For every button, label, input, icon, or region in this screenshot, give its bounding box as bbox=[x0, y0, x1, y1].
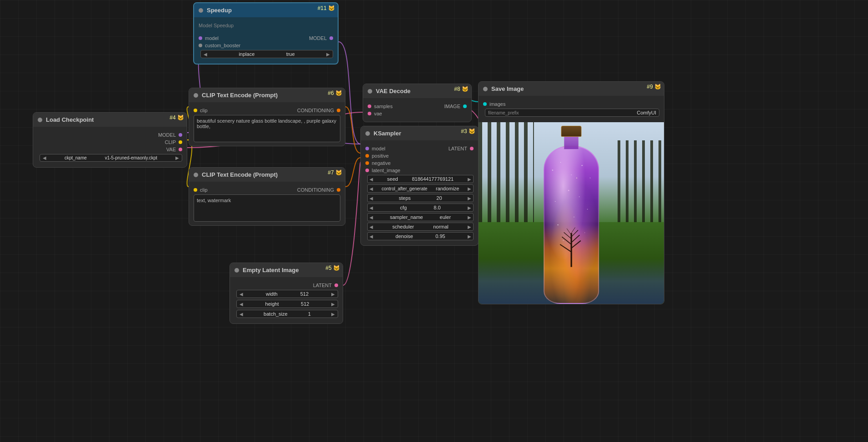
ksampler-header: KSampler #3 🐱 bbox=[361, 126, 478, 140]
speedup-node-id: #11 🐱 bbox=[318, 5, 335, 11]
empty-latent-batch-left[interactable]: ◀ bbox=[239, 312, 243, 317]
ksampler-control-box[interactable]: ◀ control_after_generate randomize ▶ bbox=[367, 184, 474, 193]
speedup-inplace-left-arrow[interactable]: ◀ bbox=[204, 52, 207, 57]
ksampler-body: model LATENT positive negative latent_im… bbox=[361, 140, 478, 245]
load-checkpoint-port-vae: VAE bbox=[38, 147, 182, 152]
ksampler-cfg-value: 8.0 bbox=[434, 205, 440, 210]
load-checkpoint-ckpt-right[interactable]: ▶ bbox=[175, 155, 179, 160]
ksampler-steps-right[interactable]: ▶ bbox=[468, 196, 471, 201]
empty-latent-latent-label: LATENT bbox=[313, 283, 332, 288]
empty-latent-height-left[interactable]: ◀ bbox=[239, 302, 243, 307]
empty-latent-batch-field: ◀ batch_size 1 ▶ bbox=[234, 310, 338, 318]
vae-decode-body: samples IMAGE vae bbox=[363, 98, 471, 122]
ksampler-control-label: control_after_generate bbox=[382, 186, 428, 191]
image-bottle-body bbox=[544, 146, 599, 304]
load-checkpoint-port-clip: CLIP bbox=[38, 139, 182, 145]
speedup-port-model-right-dot[interactable] bbox=[329, 36, 333, 40]
load-checkpoint-vae-dot[interactable] bbox=[179, 148, 182, 151]
clip-encode-pos-conditioning-dot[interactable] bbox=[337, 109, 340, 112]
ksampler-scheduler-right[interactable]: ▶ bbox=[468, 224, 471, 229]
ksampler-sampler-left[interactable]: ◀ bbox=[369, 215, 373, 220]
ksampler-denoise-value: 0.95 bbox=[435, 233, 445, 239]
empty-latent-height-box[interactable]: ◀ height 512 ▶ bbox=[236, 300, 338, 308]
ksampler-sampler-label: sampler_name bbox=[390, 214, 423, 220]
ksampler-scheduler-label: scheduler bbox=[392, 224, 414, 229]
empty-latent-id: #5 🐱 bbox=[325, 265, 340, 271]
ksampler-steps-value: 20 bbox=[436, 195, 442, 201]
speedup-inplace-box[interactable]: ◀ inplace true ▶ bbox=[200, 50, 333, 58]
empty-latent-height-value: 512 bbox=[301, 301, 309, 307]
empty-latent-batch-label: batch_size bbox=[264, 311, 288, 317]
speedup-inplace-right-arrow[interactable]: ▶ bbox=[326, 52, 330, 57]
load-checkpoint-ckpt-box[interactable]: ◀ ckpt_name v1-5-pruned-emaonly.ckpt ▶ bbox=[40, 154, 182, 162]
save-image-images-label: images bbox=[489, 101, 505, 107]
ksampler-sampler-box[interactable]: ◀ sampler_name euler ▶ bbox=[367, 213, 474, 221]
ksampler-denoise-right[interactable]: ▶ bbox=[468, 234, 471, 239]
clip-encode-neg-port-clip: clip CONDITIONING bbox=[194, 187, 340, 193]
speedup-field-inplace: ◀ inplace true ▶ bbox=[199, 50, 333, 58]
clip-encode-neg-id: #7 🐱 bbox=[328, 169, 342, 176]
ksampler-scheduler-left[interactable]: ◀ bbox=[369, 224, 373, 229]
speedup-port-model-right: MODEL bbox=[309, 35, 327, 41]
ksampler-seed-left[interactable]: ◀ bbox=[369, 177, 373, 182]
ksampler-steps-box[interactable]: ◀ steps 20 ▶ bbox=[367, 194, 474, 202]
ksampler-model-dot[interactable] bbox=[365, 147, 369, 150]
ksampler-field-sampler: ◀ sampler_name euler ▶ bbox=[365, 213, 474, 221]
load-checkpoint-title: Load Checkpoint bbox=[46, 116, 94, 123]
clip-encode-pos-clip-dot[interactable] bbox=[194, 109, 197, 112]
ksampler-negative-dot[interactable] bbox=[365, 161, 369, 165]
empty-latent-batch-right[interactable]: ▶ bbox=[331, 312, 335, 317]
clip-encode-pos-body: clip CONDITIONING beautiful scenery natu… bbox=[189, 102, 345, 146]
speedup-port-booster-dot[interactable] bbox=[199, 44, 202, 47]
clip-encode-neg-conditioning-dot[interactable] bbox=[337, 188, 340, 192]
load-checkpoint-ckpt-value: v1-5-pruned-emaonly.ckpt bbox=[105, 155, 157, 160]
save-image-prefix-box[interactable]: filename_prefix ComfyUI bbox=[485, 109, 659, 117]
save-image-id: #9 🐱 bbox=[647, 84, 661, 90]
ksampler-seed-right[interactable]: ▶ bbox=[468, 177, 471, 182]
speedup-node-title: Speedup bbox=[207, 7, 232, 14]
ksampler-cfg-box[interactable]: ◀ cfg 8.0 ▶ bbox=[367, 204, 474, 212]
ksampler-denoise-left[interactable]: ◀ bbox=[369, 234, 373, 239]
empty-latent-height-field: ◀ height 512 ▶ bbox=[234, 300, 338, 308]
save-image-node: Save Image #9 🐱 images filename_prefix C… bbox=[478, 81, 664, 304]
image-bottle-neck bbox=[564, 135, 579, 149]
save-image-title: Save Image bbox=[491, 85, 524, 92]
clip-encode-neg-clip-dot[interactable] bbox=[194, 188, 197, 192]
save-image-images-dot[interactable] bbox=[483, 102, 487, 106]
ksampler-denoise-box[interactable]: ◀ denoise 0.95 ▶ bbox=[367, 232, 474, 240]
ksampler-latent-dot[interactable] bbox=[470, 147, 474, 150]
ksampler-positive-dot[interactable] bbox=[365, 154, 369, 158]
load-checkpoint-clip-dot[interactable] bbox=[179, 140, 182, 144]
empty-latent-height-right[interactable]: ▶ bbox=[331, 302, 335, 307]
empty-latent-width-box[interactable]: ◀ width 512 ▶ bbox=[236, 290, 338, 298]
ksampler-cfg-right[interactable]: ▶ bbox=[468, 205, 471, 210]
load-checkpoint-ckpt-left[interactable]: ◀ bbox=[43, 155, 46, 160]
vae-decode-samples-dot[interactable] bbox=[368, 104, 371, 108]
vae-decode-vae-dot[interactable] bbox=[368, 112, 371, 115]
empty-latent-latent-dot[interactable] bbox=[334, 283, 338, 287]
save-image-body: images filename_prefix ComfyUI bbox=[479, 96, 664, 122]
ksampler-steps-left[interactable]: ◀ bbox=[369, 196, 373, 201]
ksampler-control-left[interactable]: ◀ bbox=[369, 186, 373, 191]
ksampler-seed-box[interactable]: ◀ seed 818644177769121 ▶ bbox=[367, 175, 474, 183]
ksampler-cfg-left[interactable]: ◀ bbox=[369, 205, 373, 210]
ksampler-control-right[interactable]: ▶ bbox=[468, 186, 471, 191]
empty-latent-width-left[interactable]: ◀ bbox=[239, 292, 243, 297]
ksampler-sampler-right[interactable]: ▶ bbox=[468, 215, 471, 220]
speedup-port-model-dot[interactable] bbox=[199, 36, 202, 40]
clip-encode-neg-text[interactable]: text, watermark bbox=[194, 194, 340, 222]
clip-encode-pos-id: #6 🐱 bbox=[328, 90, 342, 96]
empty-latent-batch-box[interactable]: ◀ batch_size 1 ▶ bbox=[236, 310, 338, 318]
vae-decode-port-samples: samples IMAGE bbox=[368, 104, 467, 109]
clip-encode-pos-title: CLIP Text Encode (Prompt) bbox=[202, 92, 278, 99]
ksampler-scheduler-box[interactable]: ◀ scheduler normal ▶ bbox=[367, 223, 474, 231]
speedup-node-dot bbox=[199, 8, 203, 13]
empty-latent-width-right[interactable]: ▶ bbox=[331, 292, 335, 297]
vae-decode-image-dot[interactable] bbox=[463, 104, 467, 108]
ksampler-port-negative: negative bbox=[365, 160, 474, 166]
load-checkpoint-ckpt-field: ◀ ckpt_name v1-5-pruned-emaonly.ckpt ▶ bbox=[38, 154, 182, 162]
load-checkpoint-model-dot[interactable] bbox=[179, 133, 182, 137]
clip-encode-pos-text[interactable]: beautiful scenery nature glass bottle la… bbox=[194, 115, 340, 142]
ksampler-latent-input-dot[interactable] bbox=[365, 169, 369, 172]
speedup-node-body: Model Speedup model MODEL custom_booster… bbox=[194, 17, 338, 64]
